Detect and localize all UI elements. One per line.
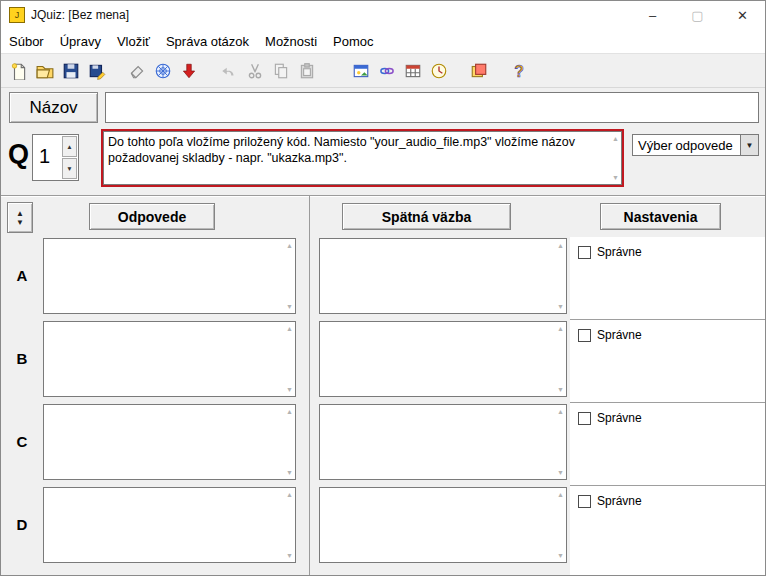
undo-icon: [220, 62, 238, 80]
scroll-up-icon[interactable]: ▲: [557, 325, 564, 332]
scroll-down-icon[interactable]: ▼: [286, 386, 293, 393]
chevron-down-icon[interactable]: ▼: [740, 135, 758, 155]
answer-box-b: ▲▼: [43, 321, 296, 397]
close-button[interactable]: ✕: [720, 1, 765, 29]
insert-table-button[interactable]: [400, 58, 426, 84]
spin-up-button[interactable]: ▲: [62, 136, 77, 157]
correct-checkbox-a[interactable]: [578, 246, 591, 259]
scroll-up-icon[interactable]: ▲: [557, 242, 564, 249]
feedback-box-a: ▲▼: [319, 238, 567, 314]
scroll-down-icon[interactable]: ▼: [286, 303, 293, 310]
menu-upravy[interactable]: Úpravy: [52, 31, 109, 52]
scroll-down-icon[interactable]: ▼: [286, 552, 293, 559]
correct-checkbox-b[interactable]: [578, 329, 591, 342]
feedback-input-d[interactable]: [320, 488, 552, 562]
question-box: Do tohto poľa vložíme priložený kód. Nam…: [103, 131, 622, 185]
undo-button[interactable]: [216, 58, 242, 84]
scroll-up-icon[interactable]: ▲: [286, 242, 293, 249]
menu-moznosti[interactable]: Možnosti: [257, 31, 325, 52]
settings-cell-c: Správne: [570, 403, 765, 486]
insert-picture-icon: [352, 62, 370, 80]
paste-button[interactable]: [294, 58, 320, 84]
settings-header: Nastavenia: [600, 203, 721, 230]
panel-divider: [309, 196, 310, 575]
copy-button[interactable]: [268, 58, 294, 84]
spin-down-button[interactable]: ▼: [62, 158, 77, 179]
cards-icon: [470, 62, 488, 80]
save-button[interactable]: [58, 58, 84, 84]
copy-icon: [272, 62, 290, 80]
answer-box-d: ▲▼: [43, 487, 296, 563]
reorder-arrows-button[interactable]: ▲ ▼: [7, 202, 33, 233]
scroll-up-icon[interactable]: ▲: [286, 491, 293, 498]
window-title: JQuiz: [Bez mena]: [31, 8, 129, 22]
scroll-up-icon[interactable]: ▲: [612, 135, 619, 142]
answer-box-a: ▲▼: [43, 238, 296, 314]
menu-vlozit[interactable]: Vložiť: [109, 31, 158, 52]
feedback-input-a[interactable]: [320, 239, 552, 313]
feedback-box-d: ▲▼: [319, 487, 567, 563]
help-button[interactable]: ?: [506, 58, 532, 84]
eraser-icon: [128, 62, 146, 80]
save-as-button[interactable]: [84, 58, 110, 84]
export-web-button[interactable]: [150, 58, 176, 84]
question-number-label: Q: [8, 139, 29, 170]
answer-letter-d: D: [9, 487, 35, 563]
feedback-input-b[interactable]: [320, 322, 552, 396]
save-as-icon: [88, 62, 106, 80]
app-icon: J: [9, 7, 25, 23]
scroll-up-icon[interactable]: ▲: [286, 408, 293, 415]
answer-letter-a: A: [9, 238, 35, 314]
answer-input-a[interactable]: [44, 239, 281, 313]
question-textarea[interactable]: Do tohto poľa vložíme priložený kód. Nam…: [104, 132, 607, 184]
eraser-button[interactable]: [124, 58, 150, 84]
open-button[interactable]: [32, 58, 58, 84]
correct-label: Správne: [597, 245, 642, 259]
feedback-box-c: ▲▼: [319, 404, 567, 480]
insert-media-button[interactable]: [426, 58, 452, 84]
scroll-down-icon[interactable]: ▼: [557, 469, 564, 476]
scroll-up-icon[interactable]: ▲: [557, 491, 564, 498]
mode-cards-button[interactable]: [466, 58, 492, 84]
answer-box-c: ▲▼: [43, 404, 296, 480]
menu-subor[interactable]: Súbor: [1, 31, 52, 52]
question-number-spinner[interactable]: 1 ▲ ▼: [32, 134, 79, 181]
correct-checkbox-c[interactable]: [578, 412, 591, 425]
scroll-down-icon[interactable]: ▼: [557, 552, 564, 559]
answer-input-c[interactable]: [44, 405, 281, 479]
answers-header: Odpovede: [89, 203, 215, 230]
app-window: J JQuiz: [Bez mena] – ▢ ✕ Súbor Úpravy V…: [0, 0, 766, 576]
menu-bar: Súbor Úpravy Vložiť Správa otázok Možnos…: [1, 29, 765, 53]
scroll-down-icon[interactable]: ▼: [612, 174, 619, 181]
insert-picture-button[interactable]: [348, 58, 374, 84]
answer-type-select[interactable]: Výber odpovede ▼: [632, 134, 759, 156]
append-file-button[interactable]: [176, 58, 202, 84]
correct-label: Správne: [597, 494, 642, 508]
menu-pomoc[interactable]: Pomoc: [325, 31, 381, 52]
title-input[interactable]: [105, 92, 759, 123]
answer-input-b[interactable]: [44, 322, 281, 396]
scroll-up-icon[interactable]: ▲: [286, 325, 293, 332]
open-folder-icon: [36, 62, 54, 80]
scroll-down-icon[interactable]: ▼: [557, 386, 564, 393]
correct-checkbox-d[interactable]: [578, 495, 591, 508]
scroll-down-icon[interactable]: ▼: [286, 469, 293, 476]
save-icon: [62, 62, 80, 80]
cut-button[interactable]: [242, 58, 268, 84]
scroll-up-icon[interactable]: ▲: [557, 408, 564, 415]
feedback-header: Spätná väzba: [342, 203, 511, 230]
answer-letter-c: C: [9, 404, 35, 480]
help-icon: ?: [510, 62, 528, 80]
scissors-icon: [246, 62, 264, 80]
answer-input-d[interactable]: [44, 488, 281, 562]
minimize-button[interactable]: –: [630, 1, 675, 29]
menu-sprava-otazok[interactable]: Správa otázok: [158, 31, 257, 52]
feedback-input-c[interactable]: [320, 405, 552, 479]
title-bar: J JQuiz: [Bez mena] – ▢ ✕: [1, 1, 765, 29]
new-button[interactable]: [6, 58, 32, 84]
title-label: Názov: [9, 92, 98, 123]
scroll-down-icon[interactable]: ▼: [557, 303, 564, 310]
insert-link-button[interactable]: [374, 58, 400, 84]
maximize-button[interactable]: ▢: [675, 1, 720, 29]
answer-letter-b: B: [9, 321, 35, 397]
